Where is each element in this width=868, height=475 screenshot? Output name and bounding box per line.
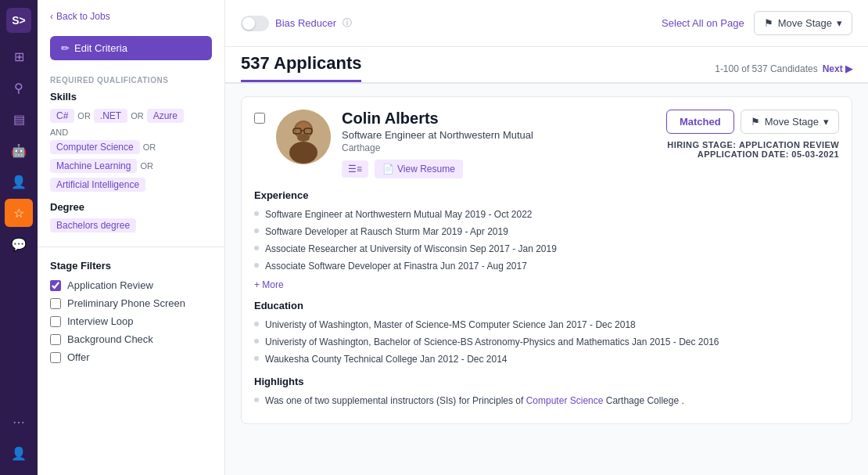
filter-offer-checkbox[interactable] [50,352,61,363]
bullet-icon [254,229,259,233]
degree-label: Degree [50,201,212,213]
next-link[interactable]: Next ▶ [823,63,852,74]
edu-item-1: Univeristy of Washington, Master of Scie… [254,318,839,332]
skill-row-2: Computer Science OR [50,140,212,154]
view-resume-button[interactable]: 📄 View Resume [375,160,463,178]
skill-dotnet: .NET [94,109,127,123]
candidate-location: Carthage [342,142,655,153]
chevron-right-icon: ▶ [845,63,852,74]
skill-ai: Artificial Intelligence [50,178,145,192]
more-experience-link[interactable]: + More [254,279,284,290]
edit-icon: ✏ [61,42,70,54]
filter-background-check-checkbox[interactable] [50,334,61,345]
candidate-checkbox-area [254,110,265,124]
candidate-select-checkbox[interactable] [254,113,265,124]
info-icon[interactable]: ⓘ [343,16,352,30]
highlight-link[interactable]: Computer Science [526,395,604,406]
exp-text-3: Associate Researcher at University of Wi… [265,242,557,256]
profile-icon-button[interactable]: ☰≡ [342,160,368,178]
req-qualifications-label: REQUIRED QUALIFICATIONS [50,76,212,85]
or-text-2: OR [131,111,144,121]
toggle-knob [242,17,255,30]
candidate-job-title: Software Engineer at Northwestern Mutual [342,129,655,141]
filter-phone-screen[interactable]: Preliminary Phone Screen [50,297,212,309]
candidates-info: 1-100 of 537 Candidates Next ▶ [715,63,852,82]
sidebar-item-search[interactable]: ⚲ [5,74,33,102]
filter-phone-screen-checkbox[interactable] [50,298,61,309]
move-stage-button[interactable]: ⚑ Move Stage ▾ [754,11,852,35]
edu-text-3: Waukesha County Technical College Jan 20… [265,352,508,366]
exp-item-3: Associate Researcher at University of Wi… [254,242,839,256]
filter-background-check-label[interactable]: Background Check [67,333,153,345]
edu-text-2: Univeristy of Washington, Bachelor of Sc… [265,335,719,349]
filter-application-review[interactable]: Application Review [50,279,212,291]
or-text-3: OR [143,142,156,152]
sidebar-item-candidates[interactable]: 👤 [5,167,33,196]
exp-text-2: Software Developer at Rausch Sturm Mar 2… [265,225,508,239]
and-text: AND [50,128,212,137]
sidebar-item-analytics[interactable]: ▤ [5,105,33,133]
sidebar-item-star[interactable]: ☆ [5,199,33,227]
sidebar: S> ⊞ ⚲ ▤ 🤖 👤 ☆ 💬 ⋯ 👤 [0,0,38,475]
skill-csharp: C# [50,109,74,123]
edit-criteria-button[interactable]: ✏ Edit Criteria [50,36,212,60]
filter-interview-loop-checkbox[interactable] [50,316,61,327]
candidate-header: Colin Alberts Software Engineer at North… [254,110,839,178]
filter-interview-loop-label[interactable]: Interview Loop [67,315,134,327]
bullet-icon [254,263,259,268]
chevron-left-icon: ‹ [50,11,53,22]
candidate-actions: ☰≡ 📄 View Resume [342,160,655,178]
bias-reducer-label: Bias Reducer [275,17,336,29]
filter-background-check[interactable]: Background Check [50,333,212,345]
candidate-card: Colin Alberts Software Engineer at North… [241,96,852,424]
education-section-title: Education [254,300,839,311]
hiring-stage-label: HIRING STAGE: Application Review [667,140,839,149]
bullet-icon [254,339,259,344]
bullet-icon [254,398,259,402]
stage-filters: Stage Filters Application Review Prelimi… [38,246,224,382]
edu-text-1: Univeristy of Washington, Master of Scie… [265,318,636,332]
edu-item-3: Waukesha County Technical College Jan 20… [254,352,839,366]
header-right: Select All on Page ⚑ Move Stage ▾ [662,11,852,35]
chevron-down-icon-small: ▾ [823,116,829,128]
skill-row-1: C# OR .NET OR Azure [50,109,212,123]
exp-item-1: Software Engineer at Northwestern Mutual… [254,207,839,221]
hiring-info: HIRING STAGE: Application Review APPLICA… [667,140,839,159]
sidebar-item-dots[interactable]: ⋯ [5,408,33,436]
svg-point-7 [297,134,310,142]
candidate-move-stage-button[interactable]: ⚑ Move Stage ▾ [741,110,839,134]
bullet-icon [254,246,259,250]
filter-phone-screen-label[interactable]: Preliminary Phone Screen [67,297,185,309]
doc-icon: 📄 [382,164,394,175]
select-all-link[interactable]: Select All on Page [662,17,744,29]
sidebar-item-robot[interactable]: 🤖 [5,136,33,164]
sidebar-logo[interactable]: S> [6,8,31,33]
skill-azure: Azure [147,109,184,123]
filter-offer[interactable]: Offer [50,351,212,363]
filter-application-review-label[interactable]: Application Review [67,279,153,291]
stage-filters-label: Stage Filters [50,260,212,272]
exp-text-1: Software Engineer at Northwestern Mutual… [265,207,533,221]
exp-item-4: Associate Software Developer at Finastra… [254,259,839,273]
education-list: Univeristy of Washington, Master of Scie… [254,318,839,366]
sidebar-item-dashboard[interactable]: ⊞ [5,42,33,70]
edu-item-2: Univeristy of Washington, Bachelor of Sc… [254,335,839,349]
flag-icon: ⚑ [764,17,773,29]
profile-card-icon: ☰≡ [348,164,362,175]
sidebar-item-messages[interactable]: 💬 [5,230,33,258]
main-content: Bias Reducer ⓘ Select All on Page ⚑ Move… [225,0,868,475]
sidebar-item-user[interactable]: 👤 [5,439,33,467]
candidate-right: Matched ⚑ Move Stage ▾ HIRING STAGE: App… [666,110,839,159]
back-to-jobs-link[interactable]: ‹ Back to Jobs [38,0,224,30]
filter-offer-label[interactable]: Offer [67,351,90,363]
bullet-icon [254,211,259,216]
skill-cs: Computer Science [50,140,140,154]
bias-reducer-toggle[interactable] [241,16,269,31]
filter-application-review-checkbox[interactable] [50,280,61,291]
bullet-icon [254,322,259,326]
filter-interview-loop[interactable]: Interview Loop [50,315,212,327]
flag-icon-small: ⚑ [751,116,760,128]
candidate-list: Colin Alberts Software Engineer at North… [225,84,868,475]
matched-button[interactable]: Matched [666,110,734,134]
applicants-title: 537 Applicants [241,53,361,82]
